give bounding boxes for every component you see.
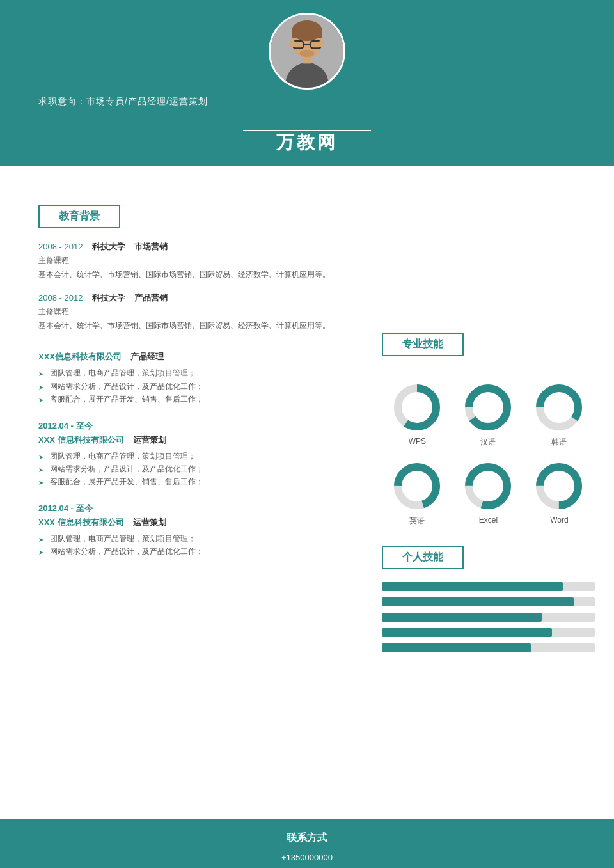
svg-rect-9 bbox=[303, 56, 311, 63]
skill-bar-2 bbox=[382, 597, 595, 606]
skill-bar-5 bbox=[382, 643, 595, 652]
work-entry-1: XXX信息科技有限公司 产品经理 团队管理，电商产品管理，策划项目管理； 网站需… bbox=[38, 351, 336, 406]
footer-email: XXXXX@XXX.mme bbox=[0, 865, 614, 868]
donut-row-2: 英语 Excel Word bbox=[382, 461, 595, 526]
donut-hanyu: 汉语 bbox=[462, 382, 514, 448]
edu-courses-1: 基本会计、统计学、市场营销、国际市场营销、国际贸易、经济数学、计算机应用等。 bbox=[38, 269, 336, 281]
edu-courses-2: 基本会计、统计学、市场营销、国际市场营销、国际贸易、经济数学、计算机应用等。 bbox=[38, 320, 336, 332]
donut-row-1: WPS 汉语 韩语 bbox=[382, 382, 595, 448]
work-year-2: 2012.04 - 至今 bbox=[38, 420, 336, 432]
list-item: 团队管理，电商产品管理，策划项目管理； bbox=[38, 367, 336, 379]
edu-courses-label-1: 主修课程 bbox=[38, 255, 336, 266]
list-item: 网站需求分析，产品设计，及产品优化工作； bbox=[38, 545, 336, 558]
site-name: 万教网 bbox=[276, 130, 338, 155]
left-column: 教育背景 2008 - 2012 科技大学 市场营销 主修课程 基本会计、统计学… bbox=[0, 185, 356, 806]
edu-entry-1: 2008 - 2012 科技大学 市场营销 主修课程 基本会计、统计学、市场营销… bbox=[38, 241, 336, 281]
svg-point-7 bbox=[290, 40, 295, 47]
work-entry-2: 2012.04 - 至今 XXX 信息科技有限公司 运营策划 团队管理，电商产品… bbox=[38, 420, 336, 489]
donut-excel-label: Excel bbox=[479, 516, 498, 525]
work-company-3: XXX 信息科技有限公司 运营策划 bbox=[38, 517, 336, 528]
list-item: 客服配合，展开产品开发、销售、售后工作； bbox=[38, 475, 336, 488]
svg-point-10 bbox=[300, 50, 315, 57]
list-item: 客服配合，展开产品开发、销售、售后工作； bbox=[38, 393, 336, 406]
svg-rect-3 bbox=[292, 31, 322, 38]
footer: 联系方式 +1350000000 XXXXX@XXX.mme bbox=[0, 819, 614, 868]
edu-year-1: 2008 - 2012 科技大学 市场营销 bbox=[38, 241, 336, 253]
edu-entry-2: 2008 - 2012 科技大学 产品营销 主修课程 基本会计、统计学、市场营销… bbox=[38, 292, 336, 332]
work-company-2: XXX 信息科技有限公司 运营策划 bbox=[38, 434, 336, 446]
donut-wps-label: WPS bbox=[409, 437, 426, 446]
skill-bar-4 bbox=[382, 628, 595, 637]
donut-english: 英语 bbox=[391, 461, 443, 526]
svg-point-8 bbox=[319, 40, 324, 47]
skill-bar-3 bbox=[382, 613, 595, 622]
donut-wps: WPS bbox=[391, 382, 443, 448]
work-duties-1: 团队管理，电商产品管理，策划项目管理； 网站需求分析，产品设计，及产品优化工作；… bbox=[38, 367, 336, 406]
footer-phone: +1350000000 bbox=[0, 850, 614, 865]
donut-english-label: 英语 bbox=[409, 516, 425, 526]
work-section: XXX信息科技有限公司 产品经理 团队管理，电商产品管理，策划项目管理； 网站需… bbox=[38, 351, 336, 558]
donut-hanyu2: 韩语 bbox=[533, 382, 585, 448]
skills-section: 专业技能 WPS 汉语 bbox=[382, 333, 595, 526]
svg-point-14 bbox=[469, 388, 507, 427]
work-duties-2: 团队管理，电商产品管理，策划项目管理； 网站需求分析，产品设计，及产品优化工作；… bbox=[38, 450, 336, 489]
avatar bbox=[269, 13, 345, 90]
main-content: 教育背景 2008 - 2012 科技大学 市场营销 主修课程 基本会计、统计学… bbox=[0, 166, 614, 806]
edu-courses-label-2: 主修课程 bbox=[38, 306, 336, 317]
job-intention: 求职意向：市场专员/产品经理/运营策划 bbox=[38, 96, 208, 107]
personal-skills-section: 个人技能 bbox=[382, 546, 595, 652]
header: 求职意向：市场专员/产品经理/运营策划 万教网 bbox=[0, 0, 614, 166]
list-item: 网站需求分析，产品设计，及产品优化工作； bbox=[38, 380, 336, 393]
donut-hanyu2-label: 韩语 bbox=[551, 437, 567, 448]
donut-word-label: Word bbox=[550, 516, 568, 525]
personal-skills-title: 个人技能 bbox=[382, 546, 464, 569]
donut-word: Word bbox=[533, 461, 585, 526]
right-column: 专业技能 WPS 汉语 bbox=[356, 185, 614, 806]
skill-bar-1 bbox=[382, 582, 595, 591]
skills-title: 专业技能 bbox=[382, 333, 464, 356]
donut-hanyu-label: 汉语 bbox=[480, 437, 496, 448]
list-item: 网站需求分析，产品设计，及产品优化工作； bbox=[38, 462, 336, 475]
list-item: 团队管理，电商产品管理，策划项目管理； bbox=[38, 450, 336, 462]
work-entry-3: 2012.04 - 至今 XXX 信息科技有限公司 运营策划 团队管理，电商产品… bbox=[38, 503, 336, 558]
edu-year-2: 2008 - 2012 科技大学 产品营销 bbox=[38, 292, 336, 304]
work-company-1: XXX信息科技有限公司 产品经理 bbox=[38, 351, 336, 363]
work-duties-3: 团队管理，电商产品管理，策划项目管理； 网站需求分析，产品设计，及产品优化工作； bbox=[38, 532, 336, 558]
list-item: 团队管理，电商产品管理，策划项目管理； bbox=[38, 532, 336, 545]
footer-title: 联系方式 bbox=[0, 832, 614, 845]
education-title: 教育背景 bbox=[38, 205, 120, 228]
education-section: 教育背景 2008 - 2012 科技大学 市场营销 主修课程 基本会计、统计学… bbox=[38, 205, 336, 332]
donut-excel: Excel bbox=[462, 461, 514, 526]
work-year-3: 2012.04 - 至今 bbox=[38, 503, 336, 514]
